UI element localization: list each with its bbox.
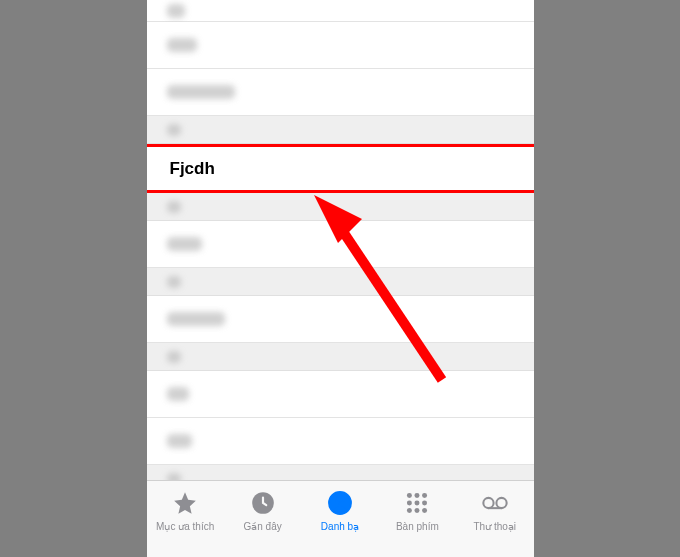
tab-label: Bàn phím [396,521,439,532]
contacts-list[interactable]: Fjcdh [147,0,534,480]
voicemail-icon [481,489,509,517]
section-header [147,465,534,480]
contact-row[interactable] [147,69,534,116]
svg-point-14 [422,508,427,513]
highlighted-contact-row[interactable]: Fjcdh [147,144,534,193]
tab-recents[interactable]: Gần đây [225,489,300,532]
svg-point-5 [337,496,344,503]
contact-row[interactable] [147,221,534,268]
clock-icon [249,489,277,517]
tab-voicemail[interactable]: Thư thoại [457,489,532,532]
contact-row[interactable] [147,296,534,343]
svg-point-8 [422,493,427,498]
contact-name: Fjcdh [167,159,215,179]
svg-point-10 [415,501,420,506]
contact-row[interactable] [147,418,534,465]
contact-row[interactable] [147,0,534,22]
svg-point-7 [415,493,420,498]
svg-point-11 [422,501,427,506]
section-header [147,268,534,296]
contact-row[interactable] [147,371,534,418]
tab-label: Thư thoại [473,521,516,532]
svg-point-13 [415,508,420,513]
tab-bar: Mục ưa thích Gần đây Danh bạ Bàn phím [147,480,534,557]
tab-label: Danh bạ [321,521,359,532]
tab-label: Gần đây [243,521,281,532]
section-header [147,343,534,371]
keypad-icon [403,489,431,517]
section-header [147,193,534,221]
svg-point-15 [483,498,493,508]
star-icon [171,489,199,517]
svg-point-16 [496,498,506,508]
phone-screen: Fjcdh Ô Ơ P Mục ưa thích [147,0,534,557]
section-header [147,116,534,144]
contact-icon [326,489,354,517]
tab-contacts[interactable]: Danh bạ [302,489,377,532]
tab-favorites[interactable]: Mục ưa thích [148,489,223,532]
svg-point-6 [407,493,412,498]
tab-keypad[interactable]: Bàn phím [380,489,455,532]
svg-point-9 [407,501,412,506]
tab-label: Mục ưa thích [156,521,214,532]
contact-row[interactable] [147,22,534,69]
svg-point-12 [407,508,412,513]
